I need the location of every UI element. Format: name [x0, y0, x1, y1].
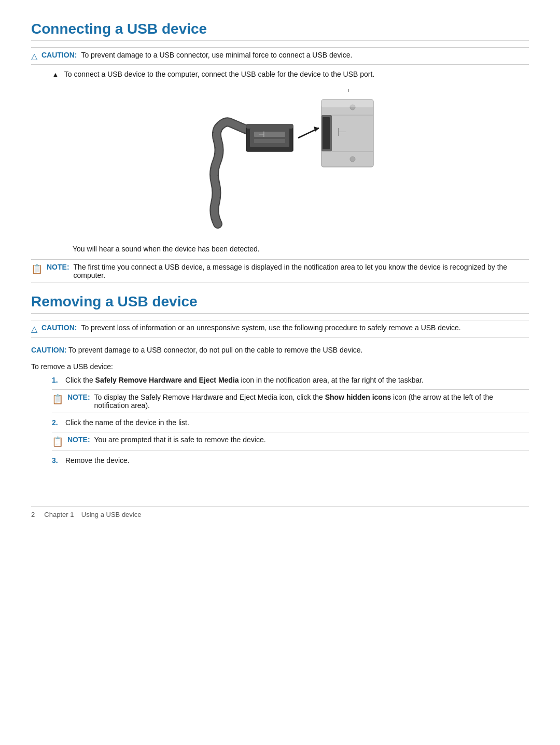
- sound-note: You will hear a sound when the device ha…: [73, 245, 529, 253]
- footer: 2 Chapter 1 Using a USB device: [31, 506, 529, 518]
- step-1-num: 1.: [52, 376, 60, 384]
- footer-page: 2: [31, 511, 35, 518]
- caution-label-1: CAUTION:: [41, 51, 77, 59]
- step-1-text-after: icon in the notification area, at the fa…: [239, 376, 424, 384]
- note-label-1: NOTE:: [47, 263, 69, 271]
- bullet-triangle-icon: ▲: [52, 71, 59, 79]
- connecting-title: Connecting a USB device: [31, 21, 529, 41]
- step-1: 1. Click the Safely Remove Hardware and …: [52, 376, 529, 384]
- step-2-text: Click the name of the device in the list…: [65, 418, 189, 427]
- connecting-bullet-text: To connect a USB device to the computer,…: [64, 70, 374, 78]
- step-2-num: 2.: [52, 418, 60, 427]
- connecting-bullet-1: ▲ To connect a USB device to the compute…: [52, 70, 529, 79]
- removing-caution-1: △ CAUTION: To prevent loss of informatio…: [31, 320, 529, 338]
- step-3-text: Remove the device.: [65, 456, 130, 465]
- step-1-bold: Safely Remove Hardware and Eject Media: [95, 376, 239, 384]
- removing-caution-triangle-1: △: [31, 324, 37, 334]
- usb-diagram-svg: ⊣ ⊢ ⊣: [192, 89, 389, 234]
- removing-title: Removing a USB device: [31, 293, 529, 314]
- removing-caution-text-2: To prevent damage to a USB connector, do…: [68, 343, 362, 357]
- svg-rect-5: [246, 124, 293, 129]
- svg-rect-1: [250, 129, 289, 147]
- svg-rect-10: [323, 117, 330, 149]
- removing-note-text-1: To display the Safely Remove Hardware an…: [94, 393, 529, 410]
- removing-note-label-2: NOTE:: [67, 435, 90, 444]
- svg-point-14: [350, 157, 355, 162]
- svg-rect-3: [254, 139, 285, 143]
- removing-intro: To remove a USB device:: [31, 362, 529, 371]
- note-text-1: The first time you connect a USB device,…: [74, 263, 529, 279]
- removing-note-icon-2: 📋: [52, 436, 63, 447]
- usb-image: ⊣ ⊢ ⊣: [52, 89, 529, 234]
- svg-rect-16: [321, 100, 373, 107]
- svg-text:⊣: ⊣: [258, 130, 264, 138]
- caution-triangle-icon: △: [31, 51, 37, 61]
- footer-chapter: Chapter 1: [44, 511, 74, 518]
- removing-caution-label-1: CAUTION:: [41, 324, 77, 332]
- removing-note-1: 📋 NOTE: To display the Safely Remove Har…: [52, 389, 529, 413]
- connecting-caution-1: △ CAUTION: To prevent damage to a USB co…: [31, 47, 529, 65]
- svg-text:⊢: ⊢: [337, 125, 347, 138]
- removing-note-2: 📋 NOTE: You are prompted that it is safe…: [52, 432, 529, 451]
- note-icon-1: 📋: [31, 263, 43, 275]
- step-3: 3. Remove the device.: [52, 456, 529, 465]
- removing-caution-text-1: To prevent loss of information or an unr…: [81, 324, 460, 332]
- removing-note-label-1: NOTE:: [67, 393, 90, 401]
- step-2: 2. Click the name of the device in the l…: [52, 418, 529, 427]
- removing-caution-2: CAUTION: To prevent damage to a USB conn…: [31, 343, 529, 357]
- footer-chapter-label: Using a USB device: [81, 511, 142, 518]
- removing-note-text-2: You are prompted that it is safe to remo…: [94, 435, 266, 444]
- step-3-num: 3.: [52, 456, 60, 465]
- removing-steps: 1. Click the Safely Remove Hardware and …: [52, 376, 529, 465]
- connecting-note-1: 📋 NOTE: The first time you connect a USB…: [31, 259, 529, 283]
- removing-note-bold-1: Show hidden icons: [325, 393, 391, 401]
- usb-symbol-text: ⊣: [340, 89, 349, 94]
- removing-note-icon-1: 📋: [52, 393, 63, 405]
- removing-caution-label-2: CAUTION:: [31, 346, 66, 354]
- caution-text-1: To prevent damage to a USB connector, us…: [81, 51, 352, 59]
- step-1-text: Click the Safely Remove Hardware and Eje…: [65, 376, 424, 384]
